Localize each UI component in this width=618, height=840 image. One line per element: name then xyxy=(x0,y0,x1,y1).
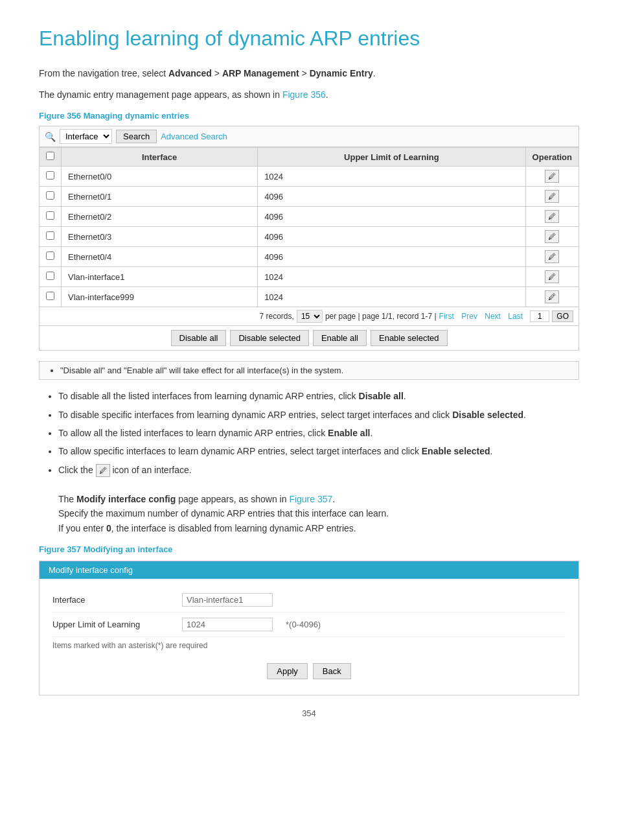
bullet-4: To allow specific interfaces to learn dy… xyxy=(58,444,579,458)
interface-cell: Vlan-interface1 xyxy=(62,267,258,287)
intro-para-2: The dynamic entry management page appear… xyxy=(39,88,579,102)
modify-body: Interface Upper Limit of Learning *(0-40… xyxy=(40,579,578,695)
per-page-select[interactable]: 15 xyxy=(297,310,323,323)
interface-cell: Ethernet0/3 xyxy=(62,227,258,247)
col-header-checkbox xyxy=(40,148,62,167)
advanced-search-link[interactable]: Advanced Search xyxy=(161,132,227,141)
table-row: Vlan-interface9991024🖉 xyxy=(40,287,579,307)
modify-row-limit: Upper Limit of Learning *(0-4096) xyxy=(52,612,566,637)
click-icon-desc-1: The Modify interface config page appears… xyxy=(58,494,335,504)
operation-cell: 🖉 xyxy=(525,267,578,287)
first-page-link[interactable]: First xyxy=(439,312,454,321)
note-box: "Disable all" and "Enable all" will take… xyxy=(39,361,579,380)
operation-cell: 🖉 xyxy=(525,187,578,207)
interface-cell: Ethernet0/0 xyxy=(62,167,258,187)
interface-cell: Vlan-interface999 xyxy=(62,287,258,307)
disable-all-button[interactable]: Disable all xyxy=(171,330,227,346)
row-checkbox-1[interactable] xyxy=(46,191,54,200)
operation-cell: 🖉 xyxy=(525,227,578,247)
limit-cell: 1024 xyxy=(258,167,525,187)
bullet-5: Click the 🖉 icon of an interface. The Mo… xyxy=(58,463,579,535)
row-checkbox-0[interactable] xyxy=(46,171,54,180)
limit-cell: 1024 xyxy=(258,287,525,307)
search-bar: 🔍 Interface Search Advanced Search xyxy=(39,126,579,147)
row-checkbox-2[interactable] xyxy=(46,211,54,220)
search-dropdown[interactable]: Interface xyxy=(60,129,112,144)
figure356-link[interactable]: Figure 356 xyxy=(282,89,326,100)
table-row: Ethernet0/24096🖉 xyxy=(40,207,579,227)
pagination-row: 7 records, 15 per page | page 1/1, recor… xyxy=(39,307,579,326)
edit-icon-0[interactable]: 🖉 xyxy=(545,170,559,183)
search-button[interactable]: Search xyxy=(116,130,157,143)
limit-label: Upper Limit of Learning xyxy=(52,620,169,629)
interface-cell: Ethernet0/1 xyxy=(62,187,258,207)
operation-cell: 🖉 xyxy=(525,287,578,307)
page-number: 354 xyxy=(39,708,579,718)
modify-actions: Apply Back xyxy=(52,657,566,686)
edit-icon-2[interactable]: 🖉 xyxy=(545,210,559,223)
edit-icon-1[interactable]: 🖉 xyxy=(545,190,559,203)
enable-selected-button[interactable]: Enable selected xyxy=(371,330,448,346)
modify-header: Modify interface config xyxy=(40,561,578,579)
prev-page-link[interactable]: Prev xyxy=(461,312,477,321)
edit-icon-5[interactable]: 🖉 xyxy=(545,270,559,283)
required-note: Items marked with an asterisk(*) are req… xyxy=(52,641,566,650)
col-header-operation: Operation xyxy=(525,148,578,167)
limit-cell: 4096 xyxy=(258,207,525,227)
interfaces-table: Interface Upper Limit of Learning Operat… xyxy=(39,147,579,307)
table-row: Ethernet0/01024🖉 xyxy=(40,167,579,187)
interface-label: Interface xyxy=(52,595,169,605)
per-page-text: per page | page 1/1, record 1-7 | xyxy=(325,312,437,321)
edit-icon-4[interactable]: 🖉 xyxy=(545,250,559,263)
modify-row-interface: Interface xyxy=(52,588,566,612)
figure357-label: Figure 357 Modifying an interface xyxy=(39,544,579,554)
operation-cell: 🖉 xyxy=(525,167,578,187)
enable-all-button[interactable]: Enable all xyxy=(313,330,367,346)
interface-cell: Ethernet0/4 xyxy=(62,247,258,267)
edit-icon-inline: 🖉 xyxy=(96,464,110,477)
bullet-2: To disable specific interfaces from lear… xyxy=(58,408,579,422)
edit-icon-6[interactable]: 🖉 xyxy=(545,290,559,303)
col-header-interface: Interface xyxy=(62,148,258,167)
next-page-link[interactable]: Next xyxy=(485,312,501,321)
row-checkbox-3[interactable] xyxy=(46,231,54,240)
limit-value[interactable] xyxy=(182,618,273,631)
table-row: Ethernet0/44096🖉 xyxy=(40,247,579,267)
table-row: Ethernet0/34096🖉 xyxy=(40,227,579,247)
operation-cell: 🖉 xyxy=(525,247,578,267)
bullet-list: To disable all the listed interfaces fro… xyxy=(58,389,579,535)
page-number-input[interactable] xyxy=(530,310,549,322)
go-button[interactable]: GO xyxy=(552,310,573,322)
bullet-1: To disable all the listed interfaces fro… xyxy=(58,389,579,403)
modify-interface-box: Modify interface config Interface Upper … xyxy=(39,561,579,695)
interface-value[interactable] xyxy=(182,593,273,607)
limit-cell: 4096 xyxy=(258,187,525,207)
note-text: "Disable all" and "Enable all" will take… xyxy=(60,366,571,375)
col-header-limit: Upper Limit of Learning xyxy=(258,148,525,167)
intro-para-1: From the navigation tree, select Advance… xyxy=(39,66,579,80)
row-checkbox-4[interactable] xyxy=(46,251,54,260)
table-row: Vlan-interface11024🖉 xyxy=(40,267,579,287)
figure357-link[interactable]: Figure 357 xyxy=(289,494,332,504)
limit-cell: 1024 xyxy=(258,267,525,287)
page-title: Enabling learning of dynamic ARP entries xyxy=(39,26,579,51)
edit-icon-3[interactable]: 🖉 xyxy=(545,230,559,243)
click-icon-desc-3: If you enter 0, the interface is disable… xyxy=(58,523,356,533)
action-buttons-row: Disable all Disable selected Enable all … xyxy=(39,326,579,351)
row-checkbox-5[interactable] xyxy=(46,272,54,280)
search-icon: 🔍 xyxy=(45,132,56,142)
last-page-link[interactable]: Last xyxy=(508,312,523,321)
limit-hint: *(0-4096) xyxy=(286,620,321,629)
select-all-checkbox[interactable] xyxy=(46,152,54,160)
table-row: Ethernet0/14096🖉 xyxy=(40,187,579,207)
apply-button[interactable]: Apply xyxy=(267,663,308,679)
interface-cell: Ethernet0/2 xyxy=(62,207,258,227)
bullet-3: To allow all the listed interfaces to le… xyxy=(58,426,579,440)
row-checkbox-6[interactable] xyxy=(46,292,54,300)
disable-selected-button[interactable]: Disable selected xyxy=(230,330,308,346)
back-button[interactable]: Back xyxy=(313,663,351,679)
figure356-label: Figure 356 Managing dynamic entries xyxy=(39,111,579,121)
records-text: 7 records, xyxy=(260,312,294,321)
click-icon-desc-2: Specify the maximum number of dynamic AR… xyxy=(58,508,389,519)
limit-cell: 4096 xyxy=(258,227,525,247)
